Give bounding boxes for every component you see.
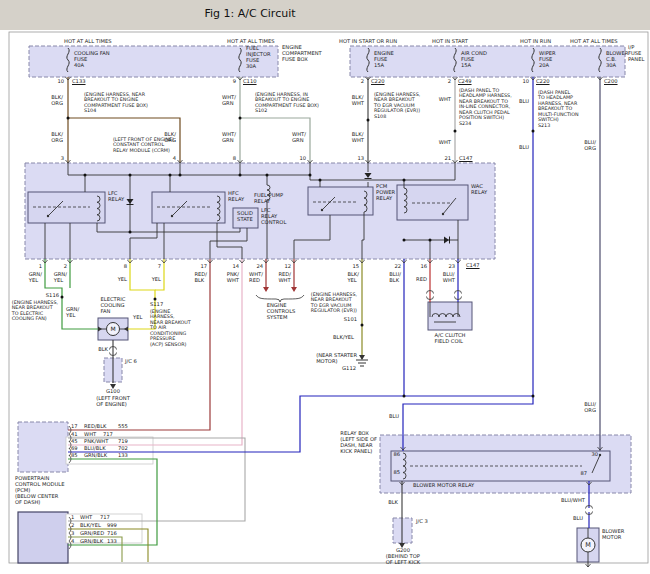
splice-dot	[67, 117, 70, 120]
pcm-power-relay-box	[308, 187, 373, 215]
lfc-relay-box	[28, 192, 105, 223]
splice-dot	[532, 130, 535, 133]
relay-box	[380, 435, 631, 493]
splice-dot	[429, 239, 432, 242]
splice-dot	[403, 179, 406, 182]
splice-dot	[129, 174, 132, 177]
underbrace	[256, 295, 304, 302]
splice-dot	[367, 119, 370, 122]
wiring-diagram-canvas	[0, 0, 650, 574]
splice-dot	[361, 324, 364, 327]
splice-dot	[84, 174, 87, 177]
relay-switch-pivot	[321, 209, 323, 211]
relay-switch-pivot	[599, 454, 601, 456]
blk-org-branch	[68, 118, 180, 163]
splice-dot	[129, 231, 132, 234]
splice-dot	[61, 296, 64, 299]
splice-dot	[532, 395, 535, 398]
pcm-box	[18, 422, 68, 472]
splice-dot	[309, 174, 312, 177]
red-blk-17	[68, 259, 210, 430]
grn-yel-fan	[62, 297, 98, 329]
splice-dot	[239, 117, 242, 120]
wac-relay-box	[397, 185, 468, 220]
splice-dot	[266, 174, 269, 177]
splice-dot	[179, 174, 182, 177]
splice-dot	[239, 174, 242, 177]
arrowhead-icon	[359, 355, 365, 360]
splice-dot	[454, 130, 457, 133]
ac-switch-box	[18, 512, 68, 563]
motor-icon	[107, 323, 120, 336]
splice-dot	[169, 174, 172, 177]
hfc-relay-box	[152, 192, 225, 223]
motor-icon	[581, 538, 595, 552]
arrowhead-icon	[399, 543, 405, 548]
highlight-rect-1	[66, 437, 153, 464]
arrowhead-icon	[110, 384, 116, 389]
splice-dot	[154, 298, 157, 301]
relay-switch-pivot	[442, 213, 444, 215]
grn-yel-1	[45, 259, 62, 297]
splice-dot	[403, 395, 406, 398]
pnk-wht-14	[68, 259, 242, 445]
arrowhead-icon	[291, 287, 297, 292]
yel-2	[155, 259, 164, 290]
arrowhead-icon	[263, 287, 269, 292]
ac-clutch-field-coil-box	[428, 302, 472, 330]
relay-switch-pivot	[47, 215, 49, 217]
yel-fan	[128, 299, 155, 329]
splice-dot	[403, 239, 406, 242]
wht-grn-branch	[240, 118, 310, 163]
solid-state-box	[233, 208, 258, 228]
ip-fuse-panel-box	[350, 46, 625, 77]
wiring-diagram-viewer: Fig 1: A/C Circuit HOT AT ALL TIMESHOT A…	[0, 0, 650, 574]
relay-switch-pivot	[171, 215, 173, 217]
yel-1	[130, 259, 155, 299]
splice-dot	[319, 179, 322, 182]
